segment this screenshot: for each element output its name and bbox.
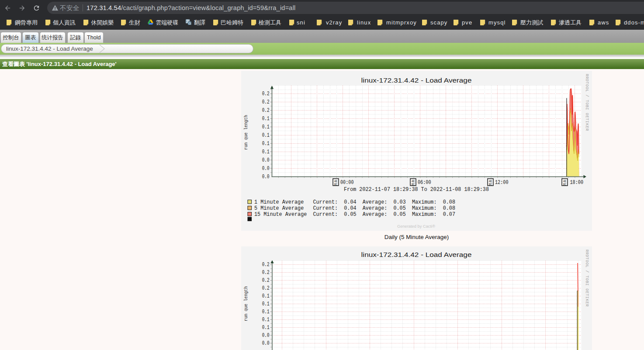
svg-text:0.1: 0.1 — [262, 132, 270, 139]
svg-text:4E: 4E — [563, 180, 567, 183]
svg-text:RRDTOOL / TOBI OETIKER: RRDTOOL / TOBI OETIKER — [585, 250, 589, 307]
svg-text:4E: 4E — [412, 180, 415, 183]
svg-text:18:00: 18:00 — [570, 180, 584, 186]
svg-text:0.2: 0.2 — [262, 277, 270, 284]
svg-text:0.2: 0.2 — [262, 285, 270, 291]
svg-text:0.2: 0.2 — [262, 262, 270, 268]
svg-text:run que length: run que length — [243, 286, 249, 321]
svg-text:12:00: 12:00 — [495, 180, 509, 186]
svg-text:run que length: run que length — [243, 115, 249, 150]
svg-text:0.0: 0.0 — [262, 333, 270, 339]
svg-text:From 2022-11-07 18:29:38 To 20: From 2022-11-07 18:29:38 To 2022-11-08 1… — [344, 187, 489, 193]
svg-text:0.0: 0.0 — [262, 166, 270, 172]
svg-text:4E: 4E — [334, 180, 338, 183]
svg-text:06:00: 06:00 — [418, 180, 431, 186]
svg-text:0.0: 0.0 — [262, 157, 270, 163]
svg-text:8C: 8C — [563, 183, 567, 186]
svg-text:0.2: 0.2 — [262, 91, 270, 97]
svg-text:0.2: 0.2 — [262, 99, 270, 105]
svg-text:8C: 8C — [334, 183, 338, 186]
svg-text:linux-172.31.4.42 - Load Avera: linux-172.31.4.42 - Load Average — [361, 251, 472, 258]
svg-text:Generated by Cacti®: Generated by Cacti® — [397, 224, 435, 229]
svg-text:G: G — [188, 22, 190, 25]
svg-text:4E: 4E — [489, 180, 492, 183]
svg-text:1 Minute Average Current: 0: 1 Minute Average Current: 0.04 Average: … — [254, 199, 455, 205]
svg-text:0.1: 0.1 — [262, 309, 270, 315]
svg-text:0.1: 0.1 — [262, 301, 270, 307]
svg-text:0.1: 0.1 — [262, 116, 270, 122]
svg-text:5 Minute Average Current: 0: 5 Minute Average Current: 0.04 Average: … — [254, 205, 455, 211]
svg-text:15 Minute Average Current: 0: 15 Minute Average Current: 0.05 Average:… — [254, 211, 455, 218]
svg-text:0.1: 0.1 — [262, 149, 270, 155]
svg-text:0.2: 0.2 — [262, 270, 270, 276]
svg-text:0.2: 0.2 — [262, 107, 270, 114]
svg-text:0.0: 0.0 — [262, 174, 270, 180]
svg-text:8C: 8C — [412, 183, 415, 186]
svg-text:0.1: 0.1 — [262, 293, 270, 299]
svg-text:0.0: 0.0 — [262, 340, 270, 347]
svg-text:8C: 8C — [489, 183, 492, 186]
svg-text:0.1: 0.1 — [262, 325, 270, 331]
svg-text:0.1: 0.1 — [262, 124, 270, 130]
svg-text:RRDTOOL / TOBI OETIKER: RRDTOOL / TOBI OETIKER — [585, 74, 589, 131]
svg-text:0.1: 0.1 — [262, 317, 270, 323]
svg-text:0.1: 0.1 — [262, 141, 270, 147]
svg-text:linux-172.31.4.42 - Load Avera: linux-172.31.4.42 - Load Average — [361, 76, 472, 84]
svg-text:00:00: 00:00 — [340, 180, 354, 186]
